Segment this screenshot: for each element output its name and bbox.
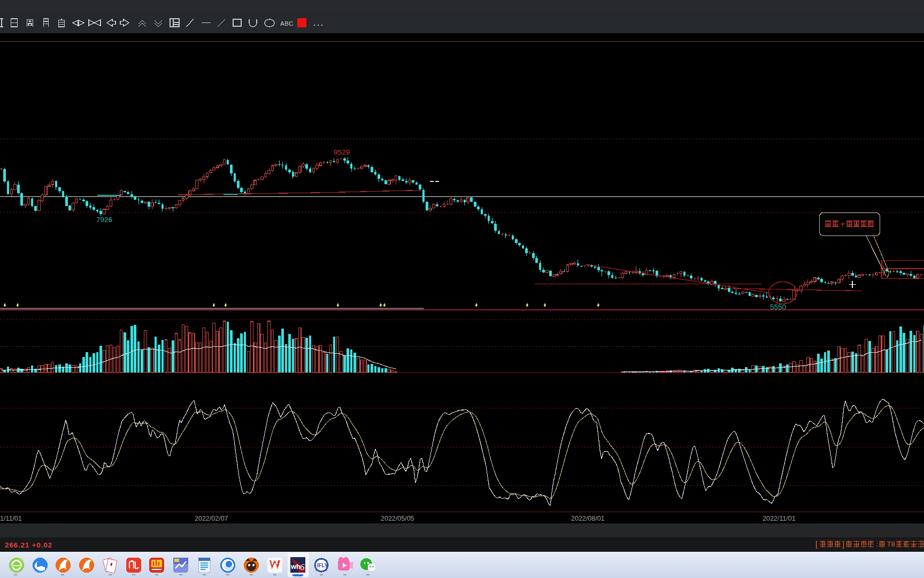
svg-text:[: [ [815, 540, 818, 549]
svg-text:wh: wh [290, 562, 301, 571]
svg-text:6: 6 [300, 562, 305, 572]
svg-text:T8: T8 [887, 540, 895, 548]
svg-text:7926: 7926 [96, 216, 112, 224]
svg-text:2022/02/07: 2022/02/07 [195, 515, 228, 522]
svg-text:2022/08/01: 2022/08/01 [571, 515, 605, 522]
svg-text:]: ] [842, 540, 844, 549]
svg-text:1/11/01: 1/11/01 [0, 515, 22, 522]
svg-text:iFLY: iFLY [317, 562, 328, 568]
svg-text:2022/11/01: 2022/11/01 [763, 515, 796, 522]
svg-text:266.21 +0.02: 266.21 +0.02 [5, 541, 52, 549]
svg-text:9529: 9529 [334, 148, 350, 156]
svg-text:2022/05/05: 2022/05/05 [381, 515, 414, 522]
svg-text::: : [876, 540, 879, 548]
svg-text:ABC: ABC [280, 20, 294, 27]
